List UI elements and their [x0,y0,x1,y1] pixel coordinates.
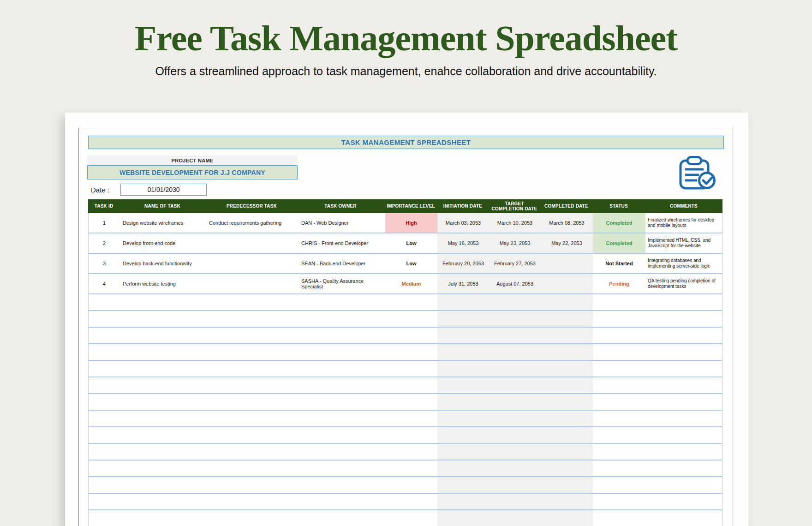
empty-cell[interactable] [299,427,385,443]
empty-cell[interactable] [541,444,593,460]
empty-cell[interactable] [120,344,208,360]
empty-cell[interactable] [645,460,723,476]
cell-task-id[interactable]: 4 [89,274,120,293]
empty-cell[interactable] [541,494,593,509]
empty-cell[interactable] [299,361,385,377]
empty-cell[interactable] [299,510,385,526]
empty-cell[interactable] [89,510,120,526]
empty-cell[interactable] [120,328,208,343]
cell-owner[interactable]: CHRIS - Front-end Developer [299,233,385,253]
empty-cell[interactable] [120,477,208,493]
empty-cell[interactable] [208,427,299,443]
empty-cell[interactable] [208,394,299,410]
empty-cell[interactable] [489,460,541,476]
empty-cell[interactable] [593,444,645,460]
empty-cell[interactable] [541,394,593,410]
empty-cell[interactable] [120,510,208,526]
empty-cell[interactable] [208,344,299,360]
empty-cell[interactable] [541,510,593,526]
empty-cell[interactable] [89,377,120,393]
cell-task-name[interactable]: Develop back-end functionality [120,254,208,273]
empty-cell[interactable] [89,427,120,443]
empty-cell[interactable] [593,377,645,393]
empty-cell[interactable] [593,361,645,377]
empty-cell[interactable] [645,394,723,410]
empty-cell[interactable] [385,460,437,476]
empty-cell[interactable] [299,311,385,327]
empty-cell[interactable] [299,411,385,426]
cell-status[interactable]: Completed [593,233,645,253]
empty-cell[interactable] [489,328,541,343]
empty-cell[interactable] [437,328,489,343]
empty-cell[interactable] [645,411,723,426]
empty-cell[interactable] [645,494,723,509]
empty-cell[interactable] [489,377,541,393]
empty-cell[interactable] [645,427,723,443]
empty-cell[interactable] [120,377,208,393]
empty-cell[interactable] [385,411,437,426]
empty-cell[interactable] [89,460,120,476]
empty-cell[interactable] [89,294,120,310]
empty-cell[interactable] [541,361,593,377]
empty-cell[interactable] [489,394,541,410]
cell-task-id[interactable]: 3 [89,254,120,273]
cell-importance[interactable]: Medium [385,274,437,293]
empty-cell[interactable] [208,510,299,526]
cell-predecessor[interactable] [208,274,299,293]
empty-cell[interactable] [593,427,645,443]
cell-task-id[interactable]: 2 [89,233,120,253]
empty-cell[interactable] [385,477,437,493]
cell-target-date[interactable]: February 27, 2053 [489,254,541,273]
cell-predecessor[interactable] [208,233,299,253]
empty-cell[interactable] [645,344,723,360]
cell-comments[interactable]: Integrating databases and implementing s… [645,254,723,273]
cell-status[interactable]: Completed [593,213,645,233]
empty-cell[interactable] [385,444,437,460]
empty-cell[interactable] [593,394,645,410]
empty-cell[interactable] [437,444,489,460]
empty-cell[interactable] [385,427,437,443]
empty-cell[interactable] [437,394,489,410]
empty-cell[interactable] [120,294,208,310]
empty-cell[interactable] [541,427,593,443]
empty-cell[interactable] [299,377,385,393]
cell-initiation-date[interactable]: February 20, 2053 [437,254,489,273]
empty-cell[interactable] [385,361,437,377]
empty-cell[interactable] [645,294,723,310]
cell-task-name[interactable]: Perform website testing [120,274,208,293]
empty-cell[interactable] [593,344,645,360]
empty-cell[interactable] [120,411,208,426]
empty-cell[interactable] [89,444,120,460]
empty-cell[interactable] [593,460,645,476]
empty-cell[interactable] [489,427,541,443]
empty-cell[interactable] [299,477,385,493]
empty-cell[interactable] [489,411,541,426]
empty-cell[interactable] [541,311,593,327]
empty-cell[interactable] [385,494,437,509]
cell-owner[interactable]: SEAN - Back-end Developer [299,254,385,273]
empty-cell[interactable] [645,510,723,526]
empty-cell[interactable] [120,394,208,410]
empty-cell[interactable] [208,411,299,426]
empty-cell[interactable] [89,328,120,343]
empty-cell[interactable] [120,460,208,476]
cell-task-name[interactable]: Develop front-end code [120,233,208,253]
cell-task-id[interactable]: 1 [89,213,120,233]
cell-importance[interactable]: Low [385,233,437,253]
empty-cell[interactable] [208,294,299,310]
project-name-field[interactable]: WEBSITE DEVELOPMENT FOR J.J COMPANY [87,165,298,179]
empty-cell[interactable] [437,344,489,360]
empty-cell[interactable] [645,311,723,327]
empty-cell[interactable] [593,311,645,327]
empty-cell[interactable] [299,394,385,410]
empty-cell[interactable] [120,311,208,327]
cell-importance[interactable]: Low [385,254,437,273]
cell-owner[interactable]: DAN - Web Designer [299,213,385,233]
empty-cell[interactable] [645,361,723,377]
cell-comments[interactable]: QA testing pending completion of develop… [645,274,723,293]
cell-status[interactable]: Not Started [593,254,645,273]
empty-cell[interactable] [437,294,489,310]
empty-cell[interactable] [437,377,489,393]
empty-cell[interactable] [489,361,541,377]
empty-cell[interactable] [437,477,489,493]
